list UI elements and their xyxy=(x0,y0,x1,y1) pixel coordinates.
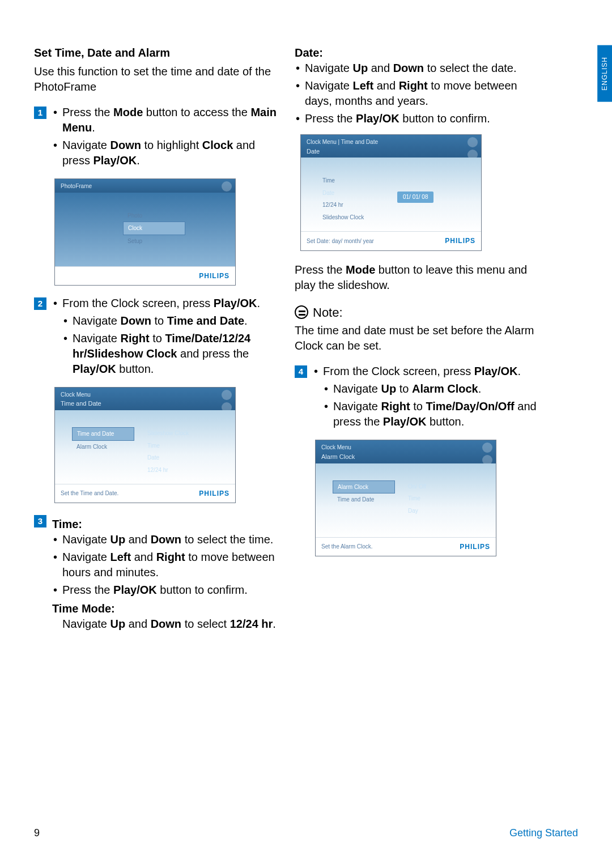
device-screenshot-main-menu: PhotoFrame Photo Clock Setup PHILIPS xyxy=(54,178,236,286)
page-number: 9 xyxy=(34,826,40,840)
brand-logo: PHILIPS xyxy=(460,542,490,551)
menu-item: 12/24 hr xyxy=(318,199,380,211)
brand-logo: PHILIPS xyxy=(199,489,230,498)
page-body: Set Time, Date and Alarm Use this functi… xyxy=(0,0,612,666)
note-row: Note: xyxy=(295,304,538,321)
menu-item: Time xyxy=(143,440,199,452)
step3-sub-3: Press the Play/OK button to confirm. xyxy=(52,582,278,598)
menu-item: 12/24 hr xyxy=(143,464,199,476)
step-2: 2 From the Clock screen, press Play/OK. … xyxy=(34,296,278,379)
menu-item-selected: Date xyxy=(318,187,380,199)
device-title: Date xyxy=(307,147,475,156)
device-corner-icon xyxy=(222,390,232,400)
time-heading: Time: xyxy=(52,517,278,532)
step1-bullet-2: Navigate Down to highlight Clock and pre… xyxy=(52,138,278,168)
menu-item-selected: Alarm Clock xyxy=(333,480,395,494)
intro-text: Use this function to set the time and da… xyxy=(34,64,278,95)
date-heading: Date: xyxy=(295,45,538,61)
device-hint: Set the Alarm Clock. xyxy=(321,543,373,551)
note-icon xyxy=(295,305,308,319)
device-breadcrumb: Clock Menu | Time and Date xyxy=(307,138,475,146)
page-footer: 9 Getting Started xyxy=(34,826,578,840)
note-label: Note: xyxy=(313,304,343,321)
step-4: 4 From the Clock screen, press Play/OK. … xyxy=(295,364,538,432)
step-number-badge: 3 xyxy=(34,515,46,527)
device-hint: Set Date: day/ month/ year xyxy=(307,237,374,245)
device-corner-icon xyxy=(468,137,478,147)
step4-sub-1: Navigate Up to Alarm Clock. xyxy=(323,381,538,397)
menu-item: Alarm Clock xyxy=(72,441,134,453)
step2-sub-1: Navigate Down to Time and Date. xyxy=(62,313,278,329)
menu-item: Date xyxy=(143,452,199,464)
device-breadcrumb: PhotoFrame xyxy=(61,182,230,190)
menu-item: Slideshow Clock xyxy=(143,427,199,440)
right-column: Date: Navigate Up and Down to select the… xyxy=(295,45,538,632)
date-bullet-3: Press the Play/OK button to confirm. xyxy=(295,111,538,126)
menu-item-selected: Time and Date xyxy=(72,427,134,441)
footer-section-link: Getting Started xyxy=(509,826,578,840)
device-screenshot-clock-menu: Clock Menu Time and Date Time and Date A… xyxy=(54,387,236,504)
step3-sub-2: Navigate Left and Right to move between … xyxy=(52,550,278,580)
section-title: Set Time, Date and Alarm xyxy=(34,45,278,61)
device-corner-icon xyxy=(482,442,492,453)
menu-item: Time xyxy=(318,175,380,187)
device-title: Time and Date xyxy=(61,399,230,408)
step2-bullet-1: From the Clock screen, press Play/OK. xyxy=(52,296,278,311)
menu-item-selected: Clock xyxy=(123,222,185,235)
menu-item: Time and Date xyxy=(333,493,395,506)
menu-item: Day xyxy=(403,505,460,517)
menu-item: Time xyxy=(403,492,460,505)
device-screenshot-date: Clock Menu | Time and Date Date Time Dat… xyxy=(300,134,482,251)
note-text: The time and date must be set before the… xyxy=(295,323,538,354)
left-column: Set Time, Date and Alarm Use this functi… xyxy=(34,45,278,632)
menu-item: Slideshow Clock xyxy=(318,211,380,224)
device-screenshot-alarm: Clock Menu Alarm Clock Alarm Clock Time … xyxy=(315,440,496,556)
step1-bullet-1: Press the Mode button to access the Main… xyxy=(52,105,278,135)
date-bullet-2: Navigate Left and Right to move between … xyxy=(295,78,538,109)
date-value-pill: 01/ 01/ 08 xyxy=(397,192,434,203)
step4-sub-2: Navigate Right to Time/Day/On/Off and pr… xyxy=(323,399,538,429)
menu-item: Photo xyxy=(123,210,185,222)
device-hint: Set the Time and Date. xyxy=(61,490,118,497)
menu-item: Setup xyxy=(123,235,185,248)
menu-item: On/ Off xyxy=(403,480,460,493)
device-breadcrumb: Clock Menu xyxy=(321,444,490,452)
step-number-badge: 1 xyxy=(34,107,46,119)
step-number-badge: 2 xyxy=(34,297,46,310)
brand-logo: PHILIPS xyxy=(199,271,230,280)
brand-logo: PHILIPS xyxy=(445,236,475,245)
device-breadcrumb: Clock Menu xyxy=(61,391,230,399)
device-title: Alarm Clock xyxy=(321,453,490,461)
step3-sub-1: Navigate Up and Down to select the time. xyxy=(52,532,278,547)
mode-leave-text: Press the Mode button to leave this menu… xyxy=(295,262,538,293)
step-number-badge: 4 xyxy=(295,365,307,378)
step2-sub-2: Navigate Right to Time/Date/12/24 hr/Sli… xyxy=(62,331,278,377)
date-bullet-1: Navigate Up and Down to select the date. xyxy=(295,61,538,76)
language-tab: ENGLISH xyxy=(597,45,612,102)
step4-bullet-1: From the Clock screen, press Play/OK. xyxy=(313,364,538,379)
time-mode-text: Navigate Up and Down to select 12/24 hr. xyxy=(52,616,278,632)
step-3: 3 Time: Navigate Up and Down to select t… xyxy=(34,513,278,632)
step-1: 1 Press the Mode button to access the Ma… xyxy=(34,105,278,171)
time-mode-heading: Time Mode: xyxy=(52,601,278,616)
device-corner-icon xyxy=(222,181,232,192)
